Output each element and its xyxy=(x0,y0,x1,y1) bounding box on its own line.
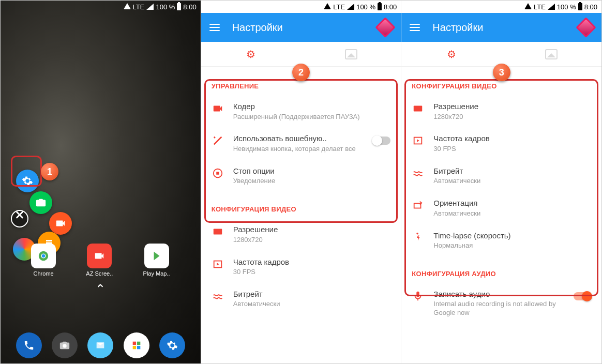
statusbar: LTE 100 % 8:00 xyxy=(119,1,201,13)
battery-label: 100 % xyxy=(557,3,576,11)
gallery-icon xyxy=(131,340,142,351)
row-title: Записать аудио xyxy=(433,289,564,299)
appbar-title: Настройки xyxy=(232,22,366,34)
dock-camera[interactable] xyxy=(52,332,78,358)
battery-label: 100 % xyxy=(156,3,175,11)
panel-settings-1: LTE 100 % 8:00 Настройки ⚙ УПРАВЛЕНИЕ Ко… xyxy=(201,1,402,363)
settings-content[interactable]: УПРАВЛЕНИЕ КодерРасширенный (Поддерживае… xyxy=(201,67,401,363)
toggle-magic[interactable] xyxy=(373,136,390,145)
orientation-icon xyxy=(412,199,424,211)
gear-icon xyxy=(22,175,33,187)
net-label: LTE xyxy=(333,3,345,11)
bitrate-icon xyxy=(412,167,424,179)
close-icon xyxy=(15,214,24,223)
drawer-caret-icon[interactable]: ⌃ xyxy=(95,282,106,296)
net-label: LTE xyxy=(133,3,145,11)
badge-2: 2 xyxy=(292,64,310,81)
row-stop[interactable]: Стоп опцииУведомление xyxy=(201,160,401,192)
tab-gallery[interactable] xyxy=(502,42,601,66)
row-sub: 30 FPS xyxy=(433,145,591,154)
fps-icon xyxy=(212,258,224,270)
tab-settings[interactable]: ⚙ xyxy=(401,42,501,66)
fab-settings-button[interactable] xyxy=(16,170,39,192)
appbar: Настройки xyxy=(201,13,401,42)
row-sub: 1280x720 xyxy=(233,236,391,245)
row-magic[interactable]: Использовать вошебную..Невидимая кнопка,… xyxy=(201,127,401,159)
mail-icon xyxy=(95,340,106,351)
tabbar: ⚙ xyxy=(401,42,601,67)
bitrate-icon xyxy=(212,290,224,302)
dock-gallery[interactable] xyxy=(124,332,149,358)
fps-icon xyxy=(412,134,424,147)
resolution-icon xyxy=(212,225,224,238)
fab-close-button[interactable] xyxy=(11,210,28,228)
row-sub: Internal audio recording is not allowed … xyxy=(433,300,564,317)
toggle-audio[interactable] xyxy=(574,292,591,300)
battery-icon xyxy=(578,3,582,10)
row-title: Стоп опции xyxy=(233,166,391,176)
phone-icon xyxy=(23,340,35,351)
tabbar: ⚙ xyxy=(201,42,401,67)
row-bitrate[interactable]: БитрейтАвтоматически xyxy=(401,160,601,192)
app-label: Chrome xyxy=(34,270,54,277)
panel-settings-2: LTE 100 % 8:00 Настройки ⚙ КОНФИГУРАЦИЯ … xyxy=(401,1,601,363)
row-encoder[interactable]: КодерРасширенный (Поддерживается ПАУЗА) xyxy=(201,95,401,127)
row-title: Кодер xyxy=(233,101,391,112)
row-sub: Автоматически xyxy=(433,209,591,218)
tab-gallery[interactable] xyxy=(301,42,401,66)
videocam-icon xyxy=(212,102,224,115)
stop-icon xyxy=(212,167,224,179)
gear-icon: ⚙ xyxy=(246,48,255,60)
app-row: Chrome AZ Scree.. Play Map.. xyxy=(1,244,201,277)
row-resolution[interactable]: Разрешение1280x720 xyxy=(401,95,601,127)
image-icon xyxy=(545,49,558,59)
dock-settings[interactable] xyxy=(159,332,185,358)
battery-icon xyxy=(378,3,382,10)
row-title: Частота кадров xyxy=(433,133,591,144)
menu-button[interactable] xyxy=(410,24,420,31)
row-fps[interactable]: Частота кадров30 FPS xyxy=(201,251,401,283)
dock-phone[interactable] xyxy=(16,332,42,358)
app-label: Play Map.. xyxy=(143,270,170,277)
appbar: Настройки xyxy=(401,13,601,42)
panel-home: LTE 100 % 8:00 Chrome AZ Scree.. Play Ma… xyxy=(1,1,201,363)
row-resolution[interactable]: Разрешение1280x720 xyxy=(201,218,401,250)
signal-icon xyxy=(347,4,354,10)
row-bitrate[interactable]: БитрейтАвтоматически xyxy=(201,283,401,315)
battery-icon xyxy=(177,3,181,10)
row-timelapse[interactable]: Time-lapse (скорость)Нормальная xyxy=(401,224,601,256)
gear-icon: ⚙ xyxy=(447,48,456,60)
row-sub: Невидимая кнопка, которая делает все xyxy=(233,145,364,154)
play-icon xyxy=(151,250,162,262)
premium-gem-icon[interactable] xyxy=(576,17,596,38)
app-chrome[interactable]: Chrome xyxy=(31,244,56,277)
menu-button[interactable] xyxy=(209,24,220,31)
settings-content[interactable]: КОНФИГУРАЦИЯ ВИДЕО Разрешение1280x720 Ча… xyxy=(401,67,601,363)
videocam-icon xyxy=(55,218,66,229)
row-audio[interactable]: Записать аудиоInternal audio recording i… xyxy=(401,283,601,324)
dock-mail[interactable] xyxy=(87,332,113,358)
badge-3: 3 xyxy=(493,64,510,81)
app-play[interactable]: Play Map.. xyxy=(143,244,170,277)
wifi-icon xyxy=(324,3,331,11)
time-label: 8:00 xyxy=(384,3,397,11)
image-icon xyxy=(345,49,357,59)
tab-settings[interactable]: ⚙ xyxy=(201,42,301,66)
row-title: Разрешение xyxy=(233,224,391,235)
premium-gem-icon[interactable] xyxy=(375,17,396,38)
time-label: 8:00 xyxy=(584,3,597,11)
camera-icon xyxy=(35,197,47,208)
dock xyxy=(1,332,201,358)
statusbar: LTE 100 % 8:00 xyxy=(320,1,401,13)
wifi-icon xyxy=(124,3,131,11)
row-title: Использовать вошебную.. xyxy=(233,133,364,144)
net-label: LTE xyxy=(534,3,546,11)
app-azscreen[interactable]: AZ Scree.. xyxy=(86,244,113,277)
fab-record-button[interactable] xyxy=(49,212,72,235)
battery-label: 100 % xyxy=(356,3,375,11)
fab-camera-button[interactable] xyxy=(29,191,52,214)
svg-rect-6 xyxy=(213,229,222,235)
row-fps[interactable]: Частота кадров30 FPS xyxy=(401,127,601,159)
row-sub: Автоматически xyxy=(433,177,591,186)
row-orientation[interactable]: ОриентацияАвтоматически xyxy=(401,192,601,224)
